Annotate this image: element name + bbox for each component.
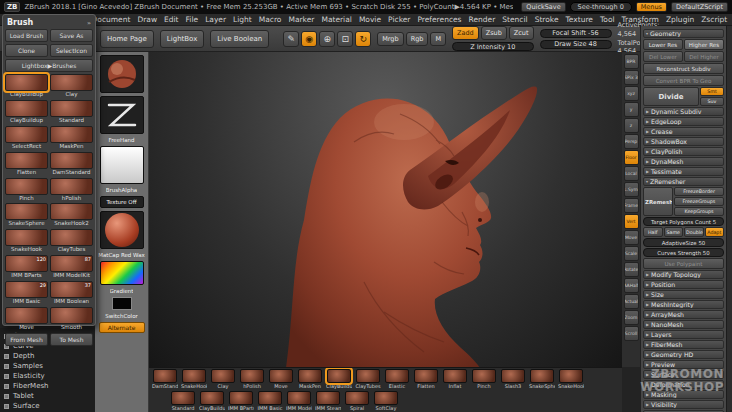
menu-zscript[interactable]: Zscript xyxy=(701,15,727,24)
section-fibermesh[interactable]: ▶FiberMesh xyxy=(643,340,724,349)
brush-item-claytubes[interactable]: ClayTubes xyxy=(50,229,93,253)
shelf-aahalf-button[interactable]: AAHalf xyxy=(624,278,639,293)
brush-item-imm-bparts[interactable]: 120IMM BParts xyxy=(5,255,48,279)
brush-item-flatten[interactable]: Flatten xyxy=(5,152,48,176)
shelf-local-button[interactable]: Local xyxy=(624,166,639,181)
section-edgeloop[interactable]: ▶EdgeLoop xyxy=(643,117,724,126)
brush-item-snakesphere[interactable]: SnakeSphere xyxy=(5,203,48,227)
section-modify-topology[interactable]: ▶Modify Topology xyxy=(643,270,724,279)
section-shadowbox[interactable]: ▶ShadowBox xyxy=(643,137,724,146)
brush-item-pinch[interactable]: Pinch xyxy=(5,178,48,202)
color-picker-thumbnail[interactable] xyxy=(100,261,144,285)
brush-item-claybuildup[interactable]: ClayBuildup xyxy=(5,74,48,98)
shelf-rotate-button[interactable]: Rotate xyxy=(624,262,639,277)
curves-strength-slider[interactable]: Curves Strength 50 xyxy=(643,248,724,257)
brush-item-imm-boolean[interactable]: 37IMM Boolean xyxy=(50,281,93,305)
section-zremesher[interactable]: ▾ ZRemesher xyxy=(643,177,724,186)
shelf-bpr-button[interactable]: BPR xyxy=(624,54,639,69)
collapse-popup-icon[interactable]: » xyxy=(87,19,91,26)
switch-color-label[interactable]: SwitchColor xyxy=(105,313,138,319)
section-tessimate[interactable]: ▶Tessimate xyxy=(643,167,724,176)
tray-brush-move[interactable]: Move xyxy=(268,369,294,391)
menus-toggle[interactable]: Menus xyxy=(636,2,667,12)
section-geometry[interactable]: ▾ Geometry xyxy=(643,29,724,38)
keepgroups-toggle[interactable]: KeepGroups xyxy=(674,207,724,216)
section-arraymesh[interactable]: ▶ArrayMesh xyxy=(643,310,724,319)
brush-popup-header[interactable]: Brush » xyxy=(5,17,93,29)
menu-stencil[interactable]: Stencil xyxy=(502,15,527,24)
shelf-vert-button[interactable]: Vert xyxy=(624,214,639,229)
shelf-floor-button[interactable]: Floor xyxy=(624,150,639,165)
menu-tool[interactable]: Tool xyxy=(600,15,615,24)
use-polypaint-toggle[interactable]: Use Polypaint xyxy=(643,258,724,269)
freezeborder-toggle[interactable]: FreezeBorder xyxy=(674,187,724,196)
shelf-actual-button[interactable]: Actual xyxy=(624,294,639,309)
texture-thumbnail[interactable]: Texture Off xyxy=(100,196,144,208)
draw-icon[interactable]: ◉ xyxy=(301,31,317,47)
higher-res-button[interactable]: Higher Res xyxy=(684,39,724,50)
menu-layer[interactable]: Layer xyxy=(205,15,226,24)
main-color-swatch[interactable] xyxy=(112,297,132,310)
tray-brush-snakesphere[interactable]: SnakeSphere xyxy=(529,369,555,391)
brush-item-hpolish[interactable]: hPolish xyxy=(50,178,93,202)
menu-edit[interactable]: Edit xyxy=(164,15,179,24)
section-visibility[interactable]: ▶Visibility xyxy=(643,400,724,409)
tray-brush-slash3[interactable]: Slash3 xyxy=(500,369,526,391)
section-geometry-hd[interactable]: ▶Geometry HD xyxy=(643,350,724,359)
scale-icon[interactable]: ⊡ xyxy=(337,31,353,47)
shelf-spix-3-button[interactable]: SPix 3 xyxy=(624,70,639,85)
menu-document[interactable]: Document xyxy=(92,15,131,24)
suv-toggle[interactable]: Suv xyxy=(700,97,724,106)
tray-brush-claybuildup[interactable]: ClayBuildup xyxy=(326,369,352,391)
shelf-persp-button[interactable]: Persp xyxy=(624,134,639,149)
palette-surface[interactable]: Surface xyxy=(4,401,91,411)
draw-size-slider[interactable]: Draw Size 48 xyxy=(540,40,612,49)
lightbox-brushes-toggle[interactable]: Lightbox▶Brushes xyxy=(5,59,93,72)
see-through-slider[interactable]: See-through 0 xyxy=(570,2,632,12)
alpha-thumbnail[interactable] xyxy=(100,146,144,184)
convert-bpr-button[interactable]: Convert BPR To Geo xyxy=(643,75,724,86)
select-icon-button[interactable]: SelectIcon xyxy=(50,44,93,57)
viewport-canvas[interactable] xyxy=(149,52,622,367)
brush-item-clay[interactable]: Clay xyxy=(50,74,93,98)
menu-texture[interactable]: Texture xyxy=(566,15,593,24)
brush-item-selectrect[interactable]: SelectRect xyxy=(5,126,48,150)
menu-movie[interactable]: Movie xyxy=(359,15,381,24)
focal-shift-slider[interactable]: Focal Shift -56 xyxy=(540,29,612,38)
from-mesh-button[interactable]: From Mesh xyxy=(5,333,48,346)
double-button[interactable]: Double xyxy=(684,227,704,237)
rgb-mode-button[interactable]: Rgb xyxy=(406,32,429,46)
freezegroups-toggle[interactable]: FreezeGroups xyxy=(674,197,724,206)
zsub-mode-button[interactable]: Zsub xyxy=(481,26,507,40)
divide-button[interactable]: Divide xyxy=(643,87,699,106)
palette-fibermesh[interactable]: FiberMesh xyxy=(4,381,91,391)
brush-item-imm-basic[interactable]: 29IMM Basic xyxy=(5,281,48,305)
half-button[interactable]: Half xyxy=(643,227,663,237)
shelf-z-button[interactable]: z xyxy=(624,118,639,133)
z-intensity-slider[interactable]: Z Intensity 10 xyxy=(452,42,534,51)
palette-tablet[interactable]: Tablet xyxy=(4,391,91,401)
tray-brush-imm-modelkit[interactable]: IMM ModelKit xyxy=(286,391,312,412)
menu-stroke[interactable]: Stroke xyxy=(535,15,559,24)
rotate-icon[interactable]: ↻ xyxy=(355,31,371,47)
zadd-mode-button[interactable]: Zadd xyxy=(452,26,479,40)
panel-scrollbar[interactable] xyxy=(726,26,732,412)
clone-button[interactable]: Clone xyxy=(5,44,48,57)
brush-item-move[interactable]: Move xyxy=(5,307,48,331)
palette-samples[interactable]: Samples xyxy=(4,361,91,371)
adaptive-size-slider[interactable]: AdaptiveSize 50 xyxy=(643,238,724,247)
menu-file[interactable]: File xyxy=(186,15,199,24)
save-as-button[interactable]: Save As xyxy=(50,29,93,42)
mrgb-mode-button[interactable]: Mrgb xyxy=(377,32,403,46)
palette-elasticity[interactable]: Elasticity xyxy=(4,371,91,381)
brush-item-imm-modelkit[interactable]: 87IMM ModelKit xyxy=(50,255,93,279)
section-crease[interactable]: ▶Crease xyxy=(643,127,724,136)
menu-zplugin[interactable]: Zplugin xyxy=(666,15,694,24)
brush-item-damstandard[interactable]: DamStandard xyxy=(50,152,93,176)
shelf-y-button[interactable]: y xyxy=(624,102,639,117)
tray-brush-pinch[interactable]: Pinch xyxy=(471,369,497,391)
shelf-xyz-button[interactable]: xyz xyxy=(624,86,639,101)
menu-marker[interactable]: Marker xyxy=(288,15,314,24)
brush-item-maskpen[interactable]: MaskPen xyxy=(50,126,93,150)
brush-item-snakehook[interactable]: SnakeHook xyxy=(5,229,48,253)
